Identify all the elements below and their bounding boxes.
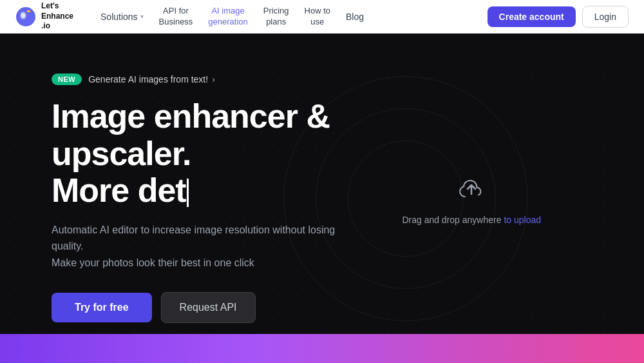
- request-api-button[interactable]: Request API: [161, 292, 256, 323]
- logo-icon: [15, 6, 36, 27]
- hero-content: NEW Generate AI images from text! › Imag…: [0, 74, 399, 322]
- login-button[interactable]: Login: [582, 6, 629, 28]
- nav-item-how-to-use[interactable]: How touse: [298, 2, 337, 32]
- bottom-gradient-bar: [0, 334, 644, 363]
- nav-item-pricing[interactable]: Pricingplans: [257, 2, 296, 32]
- logo-text: Let's Enhance .io: [41, 1, 73, 32]
- logo[interactable]: Let's Enhance .io: [15, 1, 73, 32]
- new-badge-row: NEW Generate AI images from text! ›: [52, 74, 348, 85]
- nav-item-solutions[interactable]: Solutions ▾: [94, 8, 150, 26]
- badge-text[interactable]: Generate AI images from text! ›: [88, 74, 215, 84]
- svg-point-2: [21, 13, 25, 18]
- text-cursor: [187, 179, 189, 207]
- nav-item-ai-image[interactable]: AI imagegeneration: [202, 2, 254, 32]
- hero-section: NEW Generate AI images from text! › Imag…: [0, 34, 644, 363]
- navbar: Let's Enhance .io Solutions ▾ API forBus…: [0, 0, 644, 34]
- arrow-right-icon: ›: [212, 74, 215, 84]
- nav-links: Solutions ▾ API forBusiness AI imagegene…: [94, 2, 467, 32]
- nav-item-api[interactable]: API forBusiness: [153, 2, 200, 32]
- hero-subtitle: Automatic AI editor to increase image re…: [52, 222, 348, 271]
- new-badge: NEW: [52, 74, 82, 85]
- nav-actions: Create account Login: [488, 6, 629, 28]
- svg-rect-3: [27, 10, 30, 12]
- nav-item-blog[interactable]: Blog: [339, 8, 370, 26]
- hero-title: Image enhancer & upscaler. More det: [52, 98, 348, 209]
- chevron-down-icon: ▾: [140, 13, 144, 20]
- create-account-button[interactable]: Create account: [488, 6, 576, 27]
- upload-label: Drag and drop anywhere to upload: [402, 215, 541, 225]
- hero-buttons: Try for free Request API: [52, 292, 348, 323]
- upload-cloud-icon: [455, 172, 488, 206]
- upload-link[interactable]: to upload: [504, 215, 541, 225]
- try-for-free-button[interactable]: Try for free: [52, 293, 152, 322]
- upload-area[interactable]: Drag and drop anywhere to upload: [402, 172, 541, 225]
